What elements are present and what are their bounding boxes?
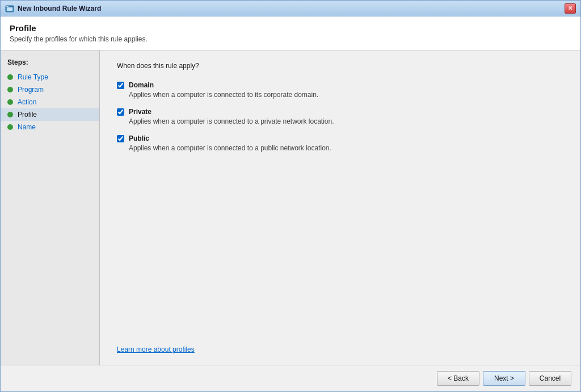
cancel-button[interactable]: Cancel xyxy=(529,371,571,386)
public-description: Applies when a computer is connected to … xyxy=(129,144,563,152)
public-option-header: Public xyxy=(117,134,563,142)
content-area: Steps: Rule Type Program Action Profile … xyxy=(1,50,580,365)
private-option-group: Private Applies when a computer is conne… xyxy=(117,108,563,125)
svg-rect-1 xyxy=(7,7,12,11)
step-link-rule-type[interactable]: Rule Type xyxy=(18,73,48,81)
public-label: Public xyxy=(129,134,149,142)
domain-description: Applies when a computer is connected to … xyxy=(129,91,563,99)
footer: < Back Next > Cancel xyxy=(1,365,580,391)
sidebar-item-name[interactable]: Name xyxy=(1,121,99,133)
private-description: Applies when a computer is connected to … xyxy=(129,117,563,125)
wizard-window: New Inbound Rule Wizard ✕ Profile Specif… xyxy=(0,0,581,392)
private-checkbox[interactable] xyxy=(117,108,124,116)
spacer xyxy=(117,161,563,328)
step-link-profile: Profile xyxy=(18,111,37,119)
sidebar-item-profile[interactable]: Profile xyxy=(1,108,99,121)
step-dot-action xyxy=(7,99,13,105)
learn-more-link[interactable]: Learn more about profiles xyxy=(117,345,563,353)
public-checkbox[interactable] xyxy=(117,135,124,142)
title-bar: New Inbound Rule Wizard ✕ xyxy=(1,1,580,16)
main-panel: When does this rule apply? Domain Applie… xyxy=(100,50,580,365)
sidebar-item-rule-type[interactable]: Rule Type xyxy=(1,71,99,83)
domain-checkbox[interactable] xyxy=(117,82,124,89)
question-text: When does this rule apply? xyxy=(117,62,563,70)
step-dot-program xyxy=(7,87,13,92)
domain-option-header: Domain xyxy=(117,81,563,89)
page-title: Profile xyxy=(10,23,571,33)
steps-label: Steps: xyxy=(1,56,99,71)
sidebar-item-program[interactable]: Program xyxy=(1,83,99,96)
close-button[interactable]: ✕ xyxy=(565,3,576,14)
step-dot-name xyxy=(7,124,13,130)
header-area: Profile Specify the profiles for which t… xyxy=(1,16,580,50)
step-dot-rule-type xyxy=(7,74,13,80)
step-dot-profile xyxy=(7,112,13,117)
step-link-name[interactable]: Name xyxy=(18,123,36,131)
private-label: Private xyxy=(129,108,151,116)
svg-point-4 xyxy=(7,6,9,7)
domain-option-group: Domain Applies when a computer is connec… xyxy=(117,81,563,99)
domain-label: Domain xyxy=(129,81,154,89)
back-button[interactable]: < Back xyxy=(437,371,479,386)
svg-point-3 xyxy=(6,6,7,7)
step-link-program[interactable]: Program xyxy=(18,86,44,94)
step-link-action[interactable]: Action xyxy=(18,98,36,106)
private-option-header: Private xyxy=(117,108,563,116)
page-subtitle: Specify the profiles for which this rule… xyxy=(10,35,571,43)
sidebar: Steps: Rule Type Program Action Profile … xyxy=(1,50,100,365)
window-icon xyxy=(5,4,14,13)
window-title: New Inbound Rule Wizard xyxy=(18,5,565,12)
sidebar-item-action[interactable]: Action xyxy=(1,96,99,108)
public-option-group: Public Applies when a computer is connec… xyxy=(117,134,563,152)
next-button[interactable]: Next > xyxy=(483,371,525,386)
